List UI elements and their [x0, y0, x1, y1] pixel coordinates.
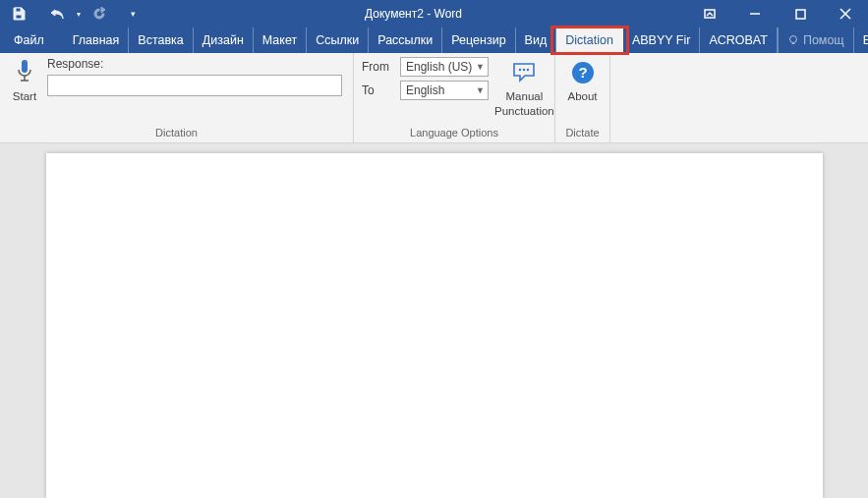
titlebar: ▾ ▾ Документ2 - Word — [0, 0, 868, 28]
microphone-icon — [16, 57, 33, 88]
ribbon-tabs: Файл Главная Вставка Дизайн Макет Ссылки… — [0, 28, 868, 53]
svg-point-7 — [789, 36, 796, 43]
save-button[interactable] — [6, 2, 31, 26]
svg-rect-1 — [16, 15, 22, 19]
tell-me[interactable]: Помощ — [778, 28, 853, 53]
tab-review[interactable]: Рецензир — [442, 28, 515, 53]
to-language-combo[interactable]: English▼ — [400, 81, 489, 100]
response-input[interactable] — [47, 75, 342, 96]
document-area — [0, 143, 868, 498]
chevron-down-icon: ▼ — [476, 62, 485, 72]
svg-point-15 — [523, 69, 525, 71]
sign-in[interactable]: Вход — [853, 28, 868, 53]
tab-mailings[interactable]: Рассылки — [369, 28, 442, 53]
document-page[interactable] — [46, 153, 823, 498]
svg-rect-4 — [796, 10, 805, 19]
to-label: To — [362, 83, 395, 97]
from-label: From — [362, 60, 395, 74]
tab-dictation[interactable]: Dictation — [556, 28, 623, 53]
response-label: Response: — [47, 57, 345, 71]
close-button[interactable] — [823, 0, 868, 28]
start-button[interactable]: Start — [8, 57, 41, 125]
group-label: Dictation — [0, 125, 353, 142]
svg-text:?: ? — [578, 64, 587, 81]
ribbon: Start Response: Dictation From English (… — [0, 53, 868, 143]
tab-view[interactable]: Вид — [516, 28, 557, 53]
ribbon-display-button[interactable] — [687, 0, 732, 28]
tab-insert[interactable]: Вставка — [129, 28, 193, 53]
lightbulb-icon — [787, 34, 799, 46]
svg-point-14 — [519, 69, 521, 71]
speech-bubble-icon — [511, 57, 537, 88]
question-icon: ? — [570, 57, 596, 88]
group-label: Language Options — [354, 125, 554, 142]
svg-rect-0 — [16, 8, 21, 12]
group-label: Dictate — [555, 125, 609, 142]
about-button[interactable]: ? About — [560, 57, 606, 125]
group-language-options: From English (US)▼ To English▼ Manual — [354, 53, 555, 142]
manual-punctuation-button[interactable]: Manual Punctuation — [494, 57, 554, 125]
group-dictate: ? About Dictate — [555, 53, 610, 142]
tab-abbyy[interactable]: ABBYY Fir — [623, 28, 701, 53]
tab-references[interactable]: Ссылки — [307, 28, 369, 53]
tab-home[interactable]: Главная — [64, 28, 130, 53]
chevron-down-icon: ▼ — [476, 85, 485, 95]
tab-layout[interactable]: Макет — [254, 28, 307, 53]
svg-point-16 — [527, 69, 529, 71]
redo-button[interactable] — [87, 2, 112, 26]
maximize-button[interactable] — [778, 0, 823, 28]
svg-rect-11 — [22, 60, 28, 73]
minimize-button[interactable] — [732, 0, 778, 28]
from-language-combo[interactable]: English (US)▼ — [400, 57, 489, 77]
tab-file[interactable]: Файл — [0, 28, 58, 53]
group-dictation: Start Response: Dictation — [0, 53, 354, 142]
window-controls — [687, 0, 868, 28]
quick-access-toolbar: ▾ ▾ — [0, 2, 140, 26]
undo-button[interactable] — [45, 2, 71, 26]
tab-design[interactable]: Дизайн — [194, 28, 254, 53]
qat-customize[interactable]: ▾ — [126, 2, 140, 26]
window-title: Документ2 - Word — [140, 7, 687, 21]
tab-acrobat[interactable]: ACROBAT — [700, 28, 778, 53]
undo-dropdown[interactable]: ▾ — [73, 2, 85, 26]
